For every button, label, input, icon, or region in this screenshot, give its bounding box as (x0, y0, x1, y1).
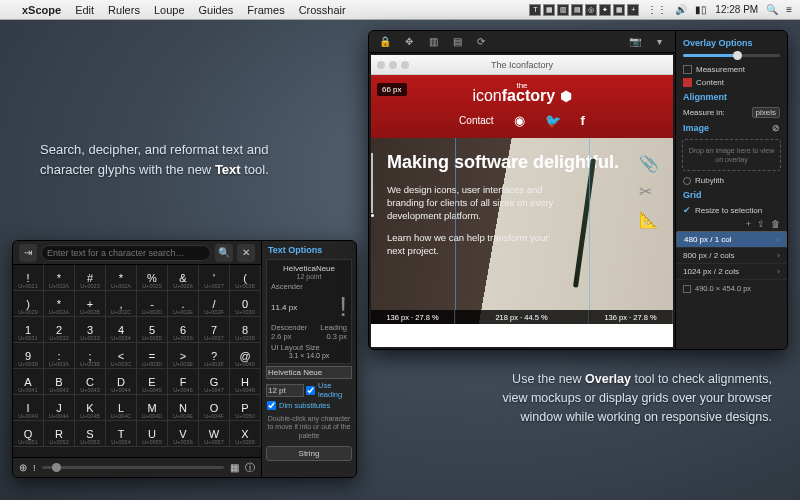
facebook-icon[interactable]: f (581, 113, 585, 128)
volume-icon[interactable]: 🔊 (675, 4, 687, 15)
delete-grid-icon[interactable]: 🗑 (771, 219, 780, 229)
char-cell[interactable]: /U+002F (199, 291, 230, 317)
char-cell[interactable]: 7U+0037 (199, 317, 230, 343)
measurement-checkbox[interactable] (683, 65, 692, 74)
char-cell[interactable]: *U+002A (44, 265, 75, 291)
menu-rulers[interactable]: Rulers (108, 4, 140, 16)
char-cell[interactable]: WU+0057 (199, 421, 230, 447)
char-cell[interactable]: +U+002B (75, 291, 106, 317)
rows-icon[interactable]: ▤ (449, 35, 465, 49)
search-input[interactable] (41, 245, 211, 261)
char-cell[interactable]: RU+0052 (44, 421, 75, 447)
opacity-slider[interactable] (683, 54, 780, 57)
char-cell[interactable]: 9U+0039 (13, 343, 44, 369)
dribbble-icon[interactable]: ◉ (514, 113, 525, 128)
char-cell[interactable]: 1U+0031 (13, 317, 44, 343)
grid-preset-row[interactable]: 1024 px / 2 cols› (676, 264, 787, 280)
char-cell[interactable]: KU+004B (75, 395, 106, 421)
char-cell[interactable]: CU+0043 (75, 369, 106, 395)
grid-preset-row[interactable]: 800 px / 2 cols› (676, 248, 787, 264)
char-cell[interactable]: 8U+0038 (230, 317, 261, 343)
char-cell[interactable]: SU+0053 (75, 421, 106, 447)
dim-substitutes-checkbox[interactable] (267, 401, 276, 410)
clock[interactable]: 12:28 PM (715, 4, 758, 15)
spotlight-icon[interactable]: 🔍 (766, 4, 778, 15)
char-cell[interactable]: 5U+0035 (137, 317, 168, 343)
char-cell[interactable]: !U+0021 (13, 265, 44, 291)
char-cell[interactable]: .U+002E (168, 291, 199, 317)
char-cell[interactable]: TU+0054 (106, 421, 137, 447)
char-cell[interactable]: (U+0028 (230, 265, 261, 291)
char-cell[interactable]: HU+0048 (230, 369, 261, 395)
char-cell[interactable]: 4U+0034 (106, 317, 137, 343)
search-icon[interactable]: 🔍 (215, 244, 233, 262)
dimensions-checkbox[interactable] (683, 285, 691, 293)
notification-icon[interactable]: ≡ (786, 4, 792, 15)
grid-preset-row[interactable]: 480 px / 1 col› (676, 231, 787, 248)
export-grid-icon[interactable]: ⇪ (757, 219, 765, 229)
char-cell[interactable]: ;U+003B (75, 343, 106, 369)
menu-edit[interactable]: Edit (75, 4, 94, 16)
char-cell[interactable]: <U+003C (106, 343, 137, 369)
char-cell[interactable]: 2U+0032 (44, 317, 75, 343)
grid-view-icon[interactable]: ▦ (230, 462, 239, 473)
char-cell[interactable]: *U+002A (44, 291, 75, 317)
twitter-icon[interactable]: 🐦 (545, 113, 561, 128)
char-cell[interactable]: MU+004D (137, 395, 168, 421)
add-icon[interactable]: ⊕ (19, 462, 27, 473)
char-cell[interactable]: &U+0026 (168, 265, 199, 291)
char-cell[interactable]: >U+003E (168, 343, 199, 369)
insert-icon[interactable]: ⇥ (19, 244, 37, 262)
char-cell[interactable]: 6U+0036 (168, 317, 199, 343)
clear-image-icon[interactable]: ⊘ (772, 123, 780, 133)
menubar-tray-icons[interactable]: T▦▥▤◎✦▦+ (529, 4, 639, 16)
zoom-slider[interactable] (42, 466, 224, 469)
move-icon[interactable]: ✥ (401, 35, 417, 49)
wifi-icon[interactable]: ⋮⋮ (647, 4, 667, 15)
font-select[interactable]: Helvetica Neue (266, 366, 352, 379)
char-cell[interactable]: 0U+0030 (230, 291, 261, 317)
char-cell[interactable]: *U+002A (106, 265, 137, 291)
char-cell[interactable]: @U+0040 (230, 343, 261, 369)
menu-frames[interactable]: Frames (247, 4, 284, 16)
char-cell[interactable]: -U+002D (137, 291, 168, 317)
char-cell[interactable]: NU+004E (168, 395, 199, 421)
size-select[interactable]: 12 pt (266, 384, 304, 397)
dropdown-icon[interactable]: ▾ (651, 35, 667, 49)
rubylith-radio[interactable] (683, 177, 691, 185)
unit-select[interactable]: pixels (752, 107, 780, 118)
menu-app[interactable]: xScope (22, 4, 61, 16)
char-cell[interactable]: 'U+0027 (199, 265, 230, 291)
char-cell[interactable]: GU+0047 (199, 369, 230, 395)
menu-loupe[interactable]: Loupe (154, 4, 185, 16)
char-cell[interactable]: AU+0041 (13, 369, 44, 395)
camera-icon[interactable]: 📷 (627, 35, 643, 49)
use-leading-checkbox[interactable] (306, 386, 315, 395)
char-cell[interactable]: PU+0050 (230, 395, 261, 421)
info-icon[interactable]: ⓘ (245, 461, 255, 475)
char-cell[interactable]: LU+004C (106, 395, 137, 421)
char-cell[interactable]: VU+0056 (168, 421, 199, 447)
char-cell[interactable]: FU+0046 (168, 369, 199, 395)
menu-guides[interactable]: Guides (199, 4, 234, 16)
char-cell[interactable]: BU+0042 (44, 369, 75, 395)
char-cell[interactable]: QU+0051 (13, 421, 44, 447)
char-cell[interactable]: ,U+002C (106, 291, 137, 317)
image-dropzone[interactable]: Drop an image here to view on overlay (682, 139, 781, 171)
char-cell[interactable]: UU+0055 (137, 421, 168, 447)
char-cell[interactable]: XU+0058 (230, 421, 261, 447)
resize-check-icon[interactable]: ✔ (683, 205, 691, 215)
char-cell[interactable]: OU+004F (199, 395, 230, 421)
char-cell[interactable]: IU+0049 (13, 395, 44, 421)
char-cell[interactable]: DU+0044 (106, 369, 137, 395)
char-cell[interactable]: JU+004A (44, 395, 75, 421)
char-cell[interactable]: 3U+0033 (75, 317, 106, 343)
clear-icon[interactable]: ✕ (237, 244, 255, 262)
char-cell[interactable]: #U+0023 (75, 265, 106, 291)
string-button[interactable]: String (266, 446, 352, 461)
columns-icon[interactable]: ▥ (425, 35, 441, 49)
menu-crosshair[interactable]: Crosshair (299, 4, 346, 16)
char-cell[interactable]: EU+0045 (137, 369, 168, 395)
char-cell[interactable]: )U+0029 (13, 291, 44, 317)
char-cell[interactable]: =U+003D (137, 343, 168, 369)
